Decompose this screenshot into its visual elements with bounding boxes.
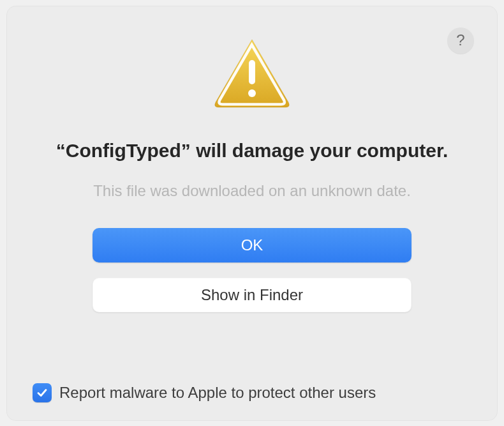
dialog-content: “ConfigTyped” will damage your computer.… <box>33 28 471 344</box>
dialog-subtitle: This file was downloaded on an unknown d… <box>93 182 411 200</box>
report-malware-row: Report malware to Apple to protect other… <box>33 383 376 402</box>
checkmark-icon <box>36 386 48 399</box>
report-malware-checkbox[interactable] <box>33 383 52 402</box>
gatekeeper-warning-dialog: ? “ConfigTyped” will damage your compute… <box>7 6 497 420</box>
warning-icon <box>211 36 293 114</box>
svg-point-1 <box>248 89 256 97</box>
button-group: OK Show in Finder <box>93 228 411 312</box>
show-in-finder-button[interactable]: Show in Finder <box>93 278 411 312</box>
dialog-title: “ConfigTyped” will damage your computer. <box>56 138 448 163</box>
report-malware-label: Report malware to Apple to protect other… <box>59 384 376 402</box>
ok-button[interactable]: OK <box>93 228 411 262</box>
svg-rect-0 <box>249 60 255 84</box>
